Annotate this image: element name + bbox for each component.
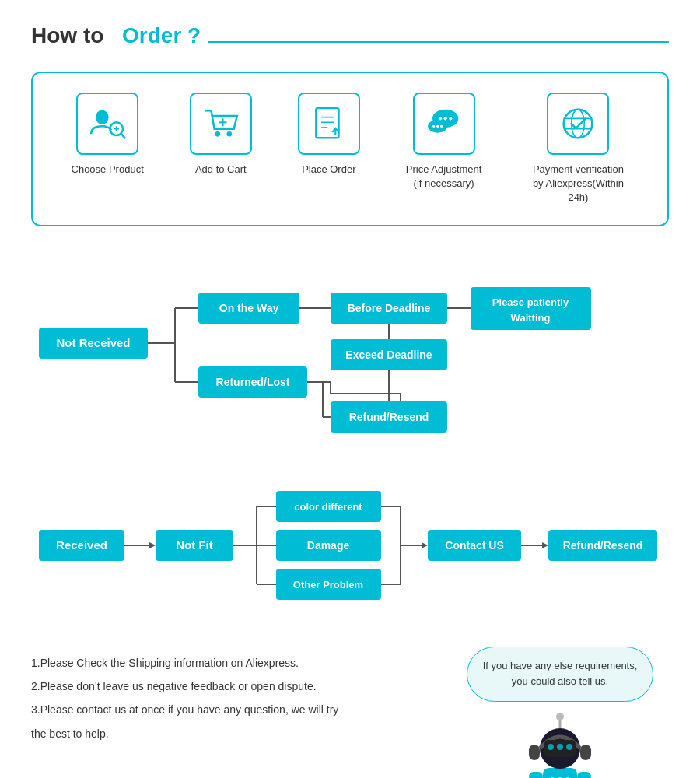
section-title: How to Order ?	[31, 23, 201, 48]
step-choose-product: Choose Product	[72, 93, 144, 177]
svg-point-101	[557, 744, 563, 750]
step-price-adjustment: Price Adjustment (if necessary)	[406, 93, 482, 191]
note2: 2.Please don’t leave us negative feedbac…	[31, 678, 451, 695]
flowchart1-svg: Not Received On the Way Returned/Lost Be…	[31, 258, 669, 444]
flowchart2-section: Received Not Fit color different Damage …	[0, 444, 700, 647]
svg-point-18	[443, 117, 446, 120]
svg-point-22	[440, 125, 443, 128]
svg-text:color different: color different	[294, 501, 362, 513]
svg-point-19	[449, 117, 452, 120]
section-title-row: How to Order ?	[31, 23, 669, 60]
add-to-cart-label: Add to Cart	[195, 163, 247, 177]
svg-rect-91	[543, 768, 577, 778]
order-steps-box: Choose Product Add to Cart	[31, 72, 669, 226]
svg-marker-88	[542, 542, 548, 548]
svg-text:Other Problem: Other Problem	[293, 579, 363, 591]
svg-text:On the Way: On the Way	[219, 302, 279, 314]
price-adjustment-icon-box	[413, 93, 475, 155]
svg-point-20	[432, 125, 435, 128]
globe-icon	[558, 104, 597, 143]
speech-bubble: If you have any else requirements, you c…	[467, 647, 654, 703]
svg-marker-84	[422, 542, 428, 548]
place-order-icon-box	[298, 93, 360, 155]
choose-product-label: Choose Product	[72, 163, 144, 177]
robot-icon	[521, 706, 599, 778]
chat-bubble-icon	[425, 104, 464, 143]
bubble-line1: If you have any else requirements,	[483, 660, 638, 671]
document-icon	[310, 104, 348, 143]
flowchart2-svg: Received Not Fit color different Damage …	[31, 460, 669, 631]
svg-text:Refund/Resend: Refund/Resend	[349, 411, 429, 423]
svg-text:Please patiently: Please patiently	[492, 296, 569, 308]
svg-text:Received: Received	[56, 538, 107, 552]
step-place-order: Place Order	[298, 93, 360, 177]
svg-line-2	[121, 134, 125, 138]
note1: 1.Please Check the Shipping information …	[31, 654, 451, 671]
title-highlight: Order ?	[122, 23, 201, 48]
svg-text:Exceed Deadline: Exceed Deadline	[345, 349, 432, 361]
svg-text:Damage: Damage	[307, 539, 350, 552]
notes-left: 1.Please Check the Shipping information …	[31, 647, 451, 749]
svg-text:Not Received: Not Received	[56, 336, 130, 349]
svg-text:Refund/Resend: Refund/Resend	[563, 539, 643, 552]
svg-point-6	[215, 131, 220, 137]
svg-point-104	[556, 713, 564, 720]
svg-point-100	[548, 744, 554, 750]
flowchart1-section: Not Received On the Way Returned/Lost Be…	[0, 242, 700, 460]
add-to-cart-icon-box	[190, 93, 252, 155]
svg-text:Waitting: Waitting	[511, 312, 551, 324]
svg-text:Contact US: Contact US	[445, 539, 503, 552]
svg-point-21	[436, 125, 439, 128]
payment-verification-label: Payment verification by Aliexpress(Withi…	[527, 163, 628, 205]
user-search-icon	[88, 104, 127, 143]
robot-area: If you have any else requirements, you c…	[451, 647, 669, 778]
svg-rect-98	[580, 745, 591, 760]
payment-verification-icon-box	[547, 93, 609, 155]
note3-part1: 3.Please contact us at once if you have …	[31, 701, 451, 718]
bubble-line2: you could also tell us.	[512, 675, 608, 687]
svg-text:Before Deadline: Before Deadline	[348, 302, 431, 314]
svg-point-102	[566, 744, 572, 750]
title-plain: How to	[31, 23, 103, 48]
step-add-to-cart: Add to Cart	[190, 93, 252, 177]
svg-marker-64	[149, 542, 156, 548]
svg-rect-93	[577, 772, 591, 778]
place-order-label: Place Order	[302, 163, 355, 177]
price-adjustment-label: Price Adjustment (if necessary)	[406, 163, 482, 191]
svg-point-17	[439, 117, 442, 120]
svg-point-7	[226, 131, 232, 137]
svg-text:Returned/Lost: Returned/Lost	[216, 376, 290, 388]
note3-part2: the best to help.	[31, 725, 451, 742]
how-to-order-section: How to Order ? Choose Product	[0, 0, 700, 242]
svg-point-23	[564, 110, 593, 138]
cart-icon	[201, 104, 240, 143]
svg-rect-92	[529, 772, 543, 778]
svg-text:Not Fit: Not Fit	[176, 538, 212, 552]
step-payment-verification: Payment verification by Aliexpress(Withi…	[527, 93, 628, 205]
svg-rect-97	[529, 745, 540, 760]
choose-product-icon-box	[76, 93, 138, 155]
svg-point-0	[96, 110, 109, 124]
svg-point-24	[572, 110, 585, 138]
bottom-area: 1.Please Check the Shipping information …	[0, 647, 700, 778]
